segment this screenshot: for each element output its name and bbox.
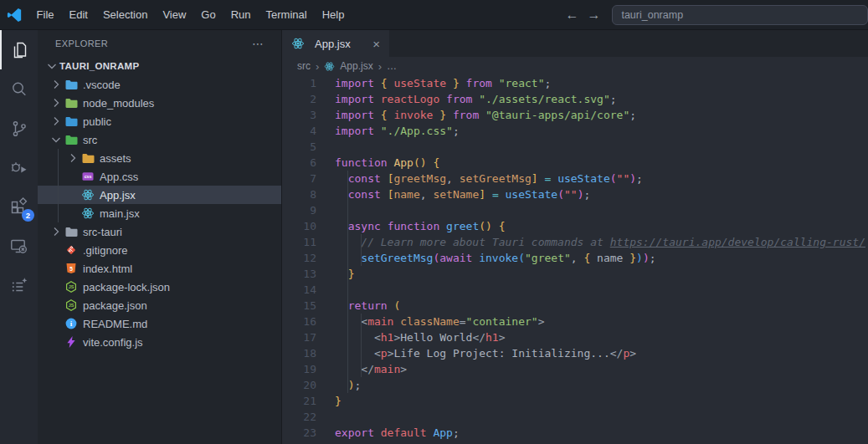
menu-terminal[interactable]: Terminal xyxy=(259,5,315,24)
tree-item-assets[interactable]: assets xyxy=(38,149,281,167)
code-line-5[interactable]: 5 xyxy=(282,139,868,155)
svg-text:5: 5 xyxy=(69,266,73,272)
breadcrumb-item-1[interactable]: App.jsx xyxy=(340,60,372,72)
tab-close-icon[interactable]: × xyxy=(370,37,383,51)
tree-item-label: node_modules xyxy=(83,97,154,110)
activity-source-control[interactable] xyxy=(0,109,38,148)
tab-app-jsx[interactable]: App.jsx × xyxy=(282,30,389,57)
menu-file[interactable]: File xyxy=(29,5,62,24)
line-number: 20 xyxy=(282,379,316,391)
tree-item-public[interactable]: public xyxy=(38,112,281,130)
command-center-search-input[interactable] xyxy=(612,5,868,25)
code-area[interactable]: 1import { useState } from "react";2impor… xyxy=(282,75,868,444)
folder-icon xyxy=(64,78,79,91)
tree-root-tauri-onramp[interactable]: TAURI_ONRAMP xyxy=(38,57,281,75)
chevron-right-icon xyxy=(49,225,64,238)
files-icon xyxy=(9,39,30,60)
folder-icon xyxy=(64,115,79,128)
line-text: function App() { xyxy=(316,156,439,169)
svg-text:css: css xyxy=(85,174,92,179)
code-line-18[interactable]: 18 <p>Life Log Project: Initializing...<… xyxy=(282,345,868,361)
code-line-15[interactable]: 15 return ( xyxy=(282,298,868,314)
line-text: <h1>Hello World</h1> xyxy=(316,331,506,344)
code-line-10[interactable]: 10 async function greet() { xyxy=(282,218,868,234)
code-line-13[interactable]: 13 } xyxy=(282,266,868,282)
breadcrumb-separator: › xyxy=(316,60,319,73)
tree-item-src[interactable]: src xyxy=(38,130,281,149)
activity-checklist[interactable] xyxy=(0,266,38,305)
tree-item-main-jsx[interactable]: main.jsx xyxy=(38,204,281,222)
code-line-2[interactable]: 2import reactLogo from "./assets/react.s… xyxy=(282,91,868,107)
tree-item-vite-config-js[interactable]: vite.config.js xyxy=(38,333,281,351)
line-text: return ( xyxy=(316,299,400,312)
activity-run-debug[interactable] xyxy=(0,148,38,187)
source-control-icon xyxy=(8,118,29,139)
tree-item--gitignore[interactable]: .gitignore xyxy=(38,241,281,259)
menu-edit[interactable]: Edit xyxy=(62,5,95,24)
tree-item-node-modules[interactable]: node_modules xyxy=(38,94,281,112)
line-number: 17 xyxy=(282,331,316,344)
line-number: 8 xyxy=(282,188,316,201)
tree-item-label: package-lock.json xyxy=(83,281,170,293)
menu-go[interactable]: Go xyxy=(193,5,223,24)
code-line-22[interactable]: 22 xyxy=(282,409,868,425)
activity-explorer[interactable] xyxy=(0,30,38,69)
tree-item-package-lock-json[interactable]: JSpackage-lock.json xyxy=(38,278,281,296)
code-line-9[interactable]: 9 xyxy=(282,202,868,218)
breadcrumb-item-0[interactable]: src xyxy=(297,60,311,72)
line-text: <main className="container"> xyxy=(316,315,544,328)
nav-back-icon[interactable]: ← xyxy=(565,8,578,23)
line-number: 21 xyxy=(282,395,316,407)
chevron-down-icon xyxy=(49,133,64,146)
code-line-6[interactable]: 6function App() { xyxy=(282,155,868,171)
code-line-21[interactable]: 21} xyxy=(282,393,868,409)
explorer-sidebar: EXPLORER ⋯ TAURI_ONRAMP.vscodenode_modul… xyxy=(38,30,282,444)
menu-help[interactable]: Help xyxy=(315,5,352,24)
activity-bar: 2 xyxy=(0,30,38,444)
line-text: setGreetMsg(await invoke("greet", { name… xyxy=(316,252,656,264)
line-number: 3 xyxy=(282,109,316,121)
explorer-more-actions-icon[interactable]: ⋯ xyxy=(252,37,265,50)
line-number: 23 xyxy=(282,426,316,439)
code-line-19[interactable]: 19 </main> xyxy=(282,361,868,377)
code-line-16[interactable]: 16 <main className="container"> xyxy=(282,314,868,329)
menu-view[interactable]: View xyxy=(155,5,193,24)
menu-selection[interactable]: Selection xyxy=(95,5,155,24)
tree-item-label: index.html xyxy=(83,263,132,275)
code-line-7[interactable]: 7 const [greetMsg, setGreetMsg] = useSta… xyxy=(282,171,868,186)
nav-forward-icon[interactable]: → xyxy=(587,8,600,23)
editor-area: App.jsx × src›App.jsx›… 1import { useSta… xyxy=(282,30,868,444)
code-line-11[interactable]: 11 // Learn more about Tauri commands at… xyxy=(282,234,868,250)
tree-root-label: TAURI_ONRAMP xyxy=(59,61,139,71)
tree-item-src-tauri[interactable]: src-tauri xyxy=(38,222,281,241)
tree-item-index-html[interactable]: 5index.html xyxy=(38,259,281,278)
code-line-12[interactable]: 12 setGreetMsg(await invoke("greet", { n… xyxy=(282,250,868,266)
tree-item-app-css[interactable]: cssApp.css xyxy=(38,167,281,186)
tree-item--vscode[interactable]: .vscode xyxy=(38,75,281,94)
activity-search[interactable] xyxy=(0,69,38,109)
menu-run[interactable]: Run xyxy=(223,5,259,24)
breadcrumb-item-2[interactable]: … xyxy=(387,60,397,72)
code-line-8[interactable]: 8 const [name, setName] = useState(""); xyxy=(282,186,868,202)
breadcrumb-separator: › xyxy=(378,60,382,73)
activity-remote-explorer[interactable] xyxy=(0,227,38,266)
code-line-4[interactable]: 4import "./App.css"; xyxy=(282,123,868,139)
chevron-right-icon xyxy=(49,96,64,110)
activity-extensions[interactable]: 2 xyxy=(0,187,38,227)
line-text: import reactLogo from "./assets/react.sv… xyxy=(316,93,617,105)
bolt-icon xyxy=(64,335,79,349)
code-line-23[interactable]: 23export default App; xyxy=(282,425,868,441)
code-line-3[interactable]: 3import { invoke } from "@tauri-apps/api… xyxy=(282,107,868,123)
tree-item-package-json[interactable]: JSpackage.json xyxy=(38,296,281,314)
tree-item-app-jsx[interactable]: App.jsx xyxy=(38,186,281,204)
extensions-badge: 2 xyxy=(22,209,34,222)
code-line-1[interactable]: 1import { useState } from "react"; xyxy=(282,75,868,91)
line-number: 19 xyxy=(282,363,316,375)
line-number: 5 xyxy=(282,140,316,153)
code-line-20[interactable]: 20 ); xyxy=(282,377,868,393)
tree-item-readme-md[interactable]: iREADME.md xyxy=(38,314,281,333)
tree-item-label: main.jsx xyxy=(100,207,140,220)
code-line-14[interactable]: 14 xyxy=(282,282,868,298)
code-line-17[interactable]: 17 <h1>Hello World</h1> xyxy=(282,329,868,345)
line-text: import { useState } from "react"; xyxy=(316,77,551,89)
